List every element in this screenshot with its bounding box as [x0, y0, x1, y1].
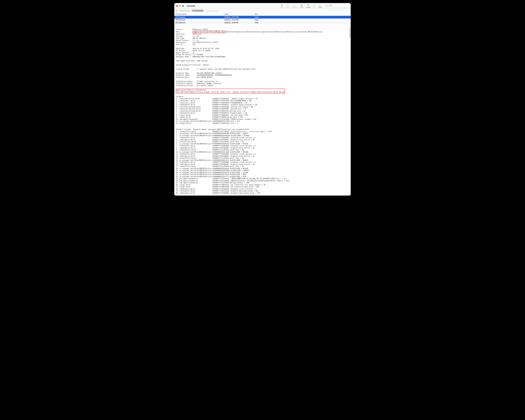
report-row[interactable]: XPCService 9/20/21, 3:04 PM User	[174, 21, 351, 24]
thread1-lines: 0 libswiftCore.dylib 0x00007fff2c718367 …	[176, 131, 290, 194]
info-icon: ⓘ	[313, 4, 315, 6]
highlight-asi: Application Specific Information: Source…	[176, 89, 285, 94]
console-window: Console ◉ Pause ⟳ Now ⤻ Activities ⊘ Cle…	[174, 3, 351, 196]
crash-reports-tab[interactable]: Crash Reports	[179, 10, 190, 11]
col-process[interactable]: Process Name	[174, 13, 225, 15]
col-date[interactable]: Date ⌄	[225, 12, 253, 16]
highlight-app-path: /Applications/SwiftPlantUMLApp.app/	[193, 31, 226, 33]
now-button[interactable]: ⟳ Now	[286, 4, 289, 8]
search-value: XPC	[328, 5, 332, 7]
window-controls	[176, 5, 184, 7]
clear-icon: ⊘	[301, 4, 303, 6]
errors-faults-tab[interactable]: Errors and Faults	[205, 10, 218, 11]
share-button[interactable]: ⇧ Share	[318, 4, 322, 8]
titlebar: Console ◉ Pause ⟳ Now ⤻ Activities ⊘ Cle…	[174, 3, 351, 9]
reload-button[interactable]: ↻ Reload	[306, 4, 310, 8]
share-icon: ⇧	[319, 4, 321, 6]
reload-icon: ↻	[307, 4, 309, 6]
activities-button[interactable]: ⤻ Activities	[292, 4, 297, 8]
search-input[interactable]: 🔍 XPC	[325, 4, 349, 7]
report-row[interactable]: XPCService 9/20/21, 3:07 PM User	[174, 16, 351, 18]
table-header: Process Name Date ⌄ Kind	[174, 12, 351, 16]
app-title: Console	[187, 5, 195, 7]
thread0-lines: 0 libsystem_kernel.dylib 0x00007fff20304…	[176, 98, 257, 124]
zoom-button[interactable]	[182, 5, 184, 7]
now-icon: ⟳	[287, 4, 289, 6]
all-messages-tab[interactable]: All Messages	[191, 9, 204, 12]
toolbar: ◉ Pause ⟳ Now ⤻ Activities ⊘ Clear ↻ Rel…	[280, 4, 349, 8]
minimize-button[interactable]	[179, 5, 181, 7]
sort-chevron-icon: ⌄	[251, 13, 252, 15]
clear-button[interactable]: ⊘ Clear	[300, 4, 303, 8]
pause-icon: ◉	[281, 4, 283, 6]
crash-report-detail[interactable]: Process:XPCService [8253] Path:/Applicat…	[174, 27, 351, 196]
report-text: Process:XPCService [8253] Path:/Applicat…	[176, 28, 349, 194]
activities-icon: ⤻	[294, 4, 296, 6]
sidebar-toggle-icon[interactable]: ◫	[176, 9, 178, 12]
pause-button[interactable]: ◉ Pause	[280, 4, 284, 8]
report-list: XPCService 9/20/21, 3:07 PM User XPCServ…	[174, 16, 351, 27]
info-button[interactable]: ⓘ Info	[313, 4, 315, 8]
col-kind[interactable]: Kind	[253, 12, 351, 16]
report-row[interactable]: XPCService 9/20/21, 3:04 PM User	[174, 18, 351, 21]
search-icon: 🔍	[326, 5, 328, 7]
scrollbar[interactable]	[349, 28, 350, 37]
close-button[interactable]	[176, 5, 178, 7]
filter-bar: ◫ Crash Reports All Messages Errors and …	[174, 9, 351, 12]
